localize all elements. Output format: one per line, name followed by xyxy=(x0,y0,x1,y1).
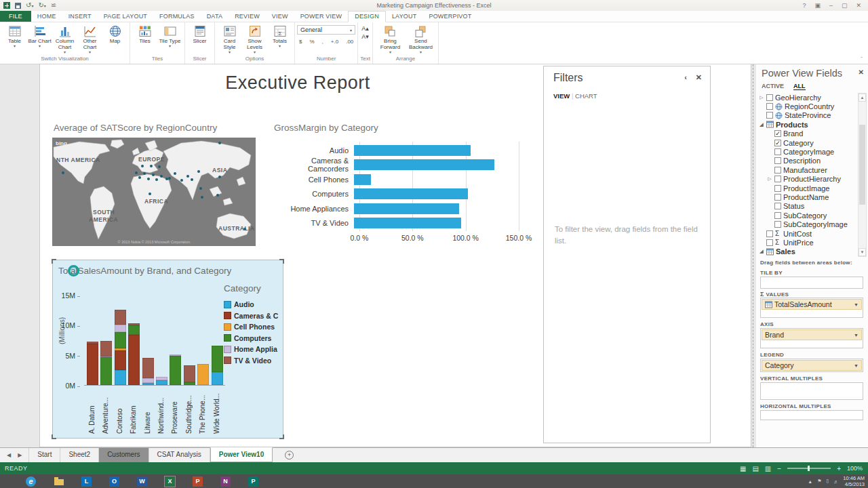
bar-segment[interactable] xyxy=(184,382,195,385)
legend-item[interactable]: Audio xyxy=(224,299,282,310)
percent-format-icon[interactable]: % xyxy=(307,37,316,46)
collapse-filters-icon[interactable]: ‹ xyxy=(684,73,687,81)
bar-row[interactable]: Cameras & Camcorders xyxy=(274,158,552,172)
undo-icon[interactable]: ↺▾ xyxy=(26,2,33,9)
taskbar-outlook-icon[interactable]: O xyxy=(109,476,119,487)
bar-segment[interactable] xyxy=(156,377,167,380)
increase-decimal-icon[interactable]: +.0 xyxy=(329,37,340,46)
bar-segment[interactable] xyxy=(142,358,154,378)
dropdown-arrow-icon[interactable]: ▼ xyxy=(854,363,859,368)
bar-segment[interactable] xyxy=(100,357,112,385)
bar[interactable] xyxy=(354,218,461,228)
bar[interactable] xyxy=(354,145,471,156)
field-item-category[interactable]: ✓Category xyxy=(759,138,856,147)
grossmargin-bar-chart[interactable]: AudioCameras & CamcordersCell PhonesComp… xyxy=(274,139,552,247)
scrollbar-thumb[interactable] xyxy=(859,125,865,205)
stacked-column-chart-tile[interactable]: TotalSalesAmount by Brand, and Category … xyxy=(52,260,283,439)
taskbar-lync-icon[interactable]: L xyxy=(81,476,92,487)
field-item-brand[interactable]: ✓Brand xyxy=(759,129,856,138)
bar-segment[interactable] xyxy=(115,332,126,348)
bar-row[interactable]: Computers xyxy=(274,187,552,201)
zoom-slider-thumb[interactable] xyxy=(808,466,810,471)
legend-item[interactable]: Computers xyxy=(224,333,282,344)
selection-handle[interactable] xyxy=(279,434,284,439)
ribbon-button-table[interactable]: Table▾ xyxy=(2,23,27,49)
decrease-font-icon[interactable]: A▾ xyxy=(361,33,369,40)
dropdown-arrow-icon[interactable]: ▼ xyxy=(854,333,859,338)
checkbox[interactable] xyxy=(774,148,781,155)
bar-segment[interactable] xyxy=(115,325,126,332)
bar-chart-title[interactable]: GrossMargin by Category xyxy=(274,123,378,133)
bar-row[interactable]: Cell Phones xyxy=(274,172,552,186)
collapse-icon[interactable]: ◢ xyxy=(759,122,764,127)
checkbox[interactable] xyxy=(766,230,773,237)
bar[interactable] xyxy=(354,203,459,214)
chart-legend[interactable]: Category AudioCameras & CCell PhonesComp… xyxy=(224,283,282,366)
ribbon-tab-power-view[interactable]: POWER VIEW xyxy=(294,11,349,22)
save-icon[interactable] xyxy=(15,3,21,9)
field-item-status[interactable]: Status xyxy=(759,202,856,211)
tray-show-hidden-icon[interactable]: ▲ xyxy=(808,479,812,484)
accounting-format-icon[interactable]: $ xyxy=(297,37,304,46)
expand-icon[interactable]: ▷ xyxy=(767,176,772,182)
selection-handle[interactable] xyxy=(279,259,284,264)
ribbon-button-other-chart[interactable]: Other Chart▾ xyxy=(77,23,102,55)
ribbon-button-tiles[interactable]: Tiles xyxy=(132,23,157,44)
taskbar-word-icon[interactable]: W xyxy=(137,476,147,487)
selection-handle[interactable] xyxy=(52,259,56,264)
field-item-geohierarchy[interactable]: ▷GeoHierarchy xyxy=(759,93,856,102)
number-format-select[interactable]: General▾ xyxy=(297,25,355,35)
bar-segment[interactable] xyxy=(115,310,126,325)
field-item-sales[interactable]: ◢Sales xyxy=(759,247,856,256)
stacked-chart-plot[interactable] xyxy=(84,296,225,386)
selection-handle[interactable] xyxy=(52,434,56,439)
ribbon-tab-page-layout[interactable]: PAGE LAYOUT xyxy=(98,11,153,22)
well-legend[interactable]: Category▼ xyxy=(760,359,863,372)
field-item-subcategory[interactable]: SubCategory xyxy=(759,211,856,220)
zoom-in-icon[interactable]: + xyxy=(837,465,841,472)
expand-icon[interactable]: ▷ xyxy=(759,95,764,100)
restore-icon[interactable]: ▢ xyxy=(842,2,848,9)
tray-volume-icon[interactable]: ♬ xyxy=(833,479,838,484)
legend-item[interactable]: Home Applia xyxy=(224,344,282,355)
tray-network-icon[interactable]: ▯ xyxy=(826,479,829,484)
bar[interactable] xyxy=(354,159,494,170)
fields-tab-all[interactable]: ALL xyxy=(793,83,806,90)
bar-segment[interactable] xyxy=(184,365,195,382)
taskbar-powerpoint-icon[interactable]: P xyxy=(193,476,203,487)
checkbox[interactable] xyxy=(774,194,781,201)
ribbon-tab-formulas[interactable]: FORMULAS xyxy=(153,11,201,22)
decrease-decimal-icon[interactable]: .00 xyxy=(344,37,355,46)
bar[interactable] xyxy=(354,174,371,185)
ribbon-button-bring-forward[interactable]: Bring Forward▾ xyxy=(375,23,406,55)
checkbox[interactable] xyxy=(774,167,781,174)
ribbon-button-map[interactable]: Map xyxy=(102,23,127,44)
field-pill-category[interactable]: Category▼ xyxy=(762,360,862,371)
bar-segment[interactable] xyxy=(87,344,98,385)
sheet-tab-power-view10[interactable]: Power View10 xyxy=(210,447,273,462)
taskbar-publisher-icon[interactable]: P xyxy=(248,476,258,487)
ribbon-button-totals[interactable]: ΣTotals▾ xyxy=(267,23,292,49)
taskbar-excel-icon[interactable]: X xyxy=(165,476,175,487)
bar-segment[interactable] xyxy=(100,357,112,357)
sheet-tab-sheet2[interactable]: Sheet2 xyxy=(60,448,99,462)
normal-view-icon[interactable]: ▦ xyxy=(740,465,746,472)
map-title[interactable]: Average of SATScore by RegionCountry xyxy=(54,123,217,133)
bar-segment[interactable] xyxy=(128,325,140,334)
fields-tab-active[interactable]: ACTIVE xyxy=(762,83,784,89)
dropdown-arrow-icon[interactable]: ▼ xyxy=(854,302,859,307)
well-horizontal-multiples[interactable] xyxy=(760,410,863,420)
checkbox[interactable] xyxy=(774,203,781,209)
sheet-next-icon[interactable]: ▶ xyxy=(18,452,22,458)
field-item-products[interactable]: ◢Products xyxy=(759,120,856,129)
bar-segment[interactable] xyxy=(170,356,181,385)
ribbon-tab-home[interactable]: HOME xyxy=(31,11,62,22)
checkbox[interactable] xyxy=(774,157,781,164)
customize-qat-icon[interactable]: ≌ xyxy=(51,2,56,9)
collapse-icon[interactable]: ◢ xyxy=(759,249,764,254)
checkbox[interactable] xyxy=(766,239,773,246)
legend-item[interactable]: TV & Video xyxy=(224,355,282,367)
well-vertical-multiples[interactable] xyxy=(760,382,863,400)
zoom-level[interactable]: 100% xyxy=(847,465,863,472)
field-item-unitcost[interactable]: ΣUnitCost xyxy=(759,229,856,238)
